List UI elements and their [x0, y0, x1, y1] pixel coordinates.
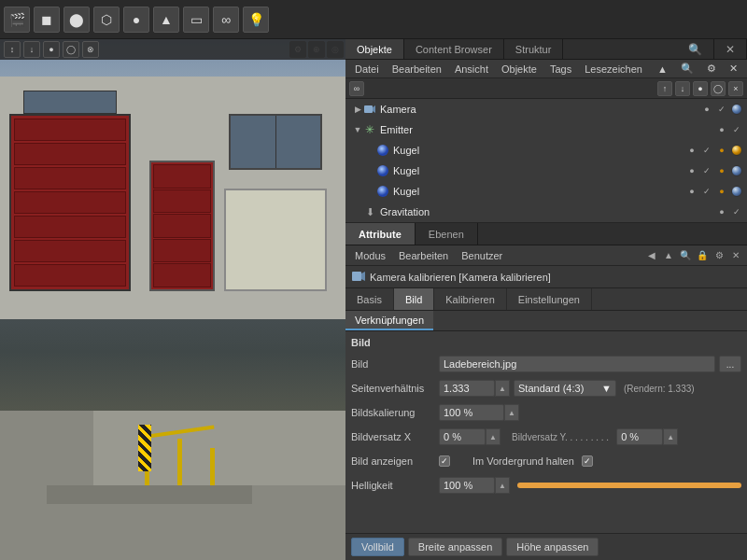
search-icon[interactable]: 🔍: [677, 39, 714, 59]
expand-kamera[interactable]: ▶: [353, 105, 362, 114]
toolbar-icon-light[interactable]: 💡: [243, 7, 269, 33]
kugel-1-name: Kugel: [393, 145, 685, 156]
btn-vollbild[interactable]: Vollbild: [351, 538, 404, 556]
emitter-vis-icon[interactable]: ●: [715, 123, 728, 136]
toolbar-icon-film[interactable]: 🎬: [4, 7, 30, 33]
object-row-kugel-3[interactable]: ▶ Kugel ● ✓ ●: [345, 181, 747, 202]
seitenverhaeltnis-dropdown[interactable]: Standard (4:3) ▼: [514, 380, 616, 397]
kamera-vis-icon[interactable]: ●: [700, 103, 713, 116]
bildversatz-y-up[interactable]: ▲: [663, 428, 678, 445]
grav-chk[interactable]: ✓: [730, 205, 743, 218]
vp-tool-5[interactable]: ⊗: [82, 41, 99, 58]
attr-menu-modus[interactable]: Modus: [349, 245, 391, 265]
inner-tab-verknuepfungen[interactable]: Verknüpfungen: [345, 311, 433, 330]
top-toolbar: 🎬 ◼ ⬤ ⬡ ● ▲ ▭ ∞ 💡: [0, 0, 747, 39]
bildversatz-y-value[interactable]: 0 %: [616, 428, 663, 445]
kugel-2-icon: [375, 163, 390, 178]
tab-ebenen[interactable]: Ebenen: [416, 223, 478, 245]
kamera-controls: ● ✓: [700, 103, 743, 116]
helligkeit-up[interactable]: ▲: [495, 477, 510, 494]
object-row-emitter[interactable]: ▼ ✳ Emitter ● ✓: [345, 119, 747, 140]
kugel-2-chk[interactable]: ✓: [700, 164, 713, 177]
vp-tool-2[interactable]: ↓: [23, 41, 40, 58]
btn-hoehe-anpassen[interactable]: Höhe anpassen: [506, 538, 599, 556]
obj-tool-link[interactable]: ∞: [349, 81, 364, 96]
sub-tab-einstellungen[interactable]: Einstellungen: [507, 288, 592, 310]
bild-browse-btn[interactable]: ...: [719, 356, 741, 372]
menu-icon-settings[interactable]: ⚙: [701, 60, 722, 77]
kugel-1-chk[interactable]: ✓: [700, 144, 713, 157]
tab-content-browser[interactable]: Content Browser: [404, 39, 504, 59]
obj-tool-3[interactable]: ●: [693, 81, 708, 96]
object-row-gravitation[interactable]: ▶ ⬇ Gravitation ● ✓: [345, 202, 747, 222]
vp-tool-4[interactable]: ◯: [63, 41, 79, 58]
bild-anzeigen-checkbox[interactable]: ✓: [439, 455, 450, 467]
seitenverhaeltnis-up[interactable]: ▲: [495, 380, 510, 397]
attr-menu-benutzer[interactable]: Benutzer: [456, 245, 508, 265]
kugel-3-vis[interactable]: ●: [685, 185, 698, 198]
im-vordergrund-checkbox[interactable]: ✓: [582, 455, 593, 467]
object-row-kamera[interactable]: ▶ Kamera ● ✓: [345, 99, 747, 119]
tab-struktur[interactable]: Struktur: [504, 39, 564, 59]
bildversatz-x-value[interactable]: 0 %: [439, 428, 486, 445]
vp-tool-3[interactable]: ●: [43, 41, 60, 58]
kugel-3-controls: ● ✓ ●: [685, 185, 743, 198]
bildskalierung-up[interactable]: ▲: [504, 404, 519, 421]
sub-tab-kalibrieren[interactable]: Kalibrieren: [434, 288, 507, 310]
attr-panel: Modus Bearbeiten Benutzer ◀ ▲ 🔍 🔒 ⚙ ✕ Ka…: [345, 245, 747, 560]
obj-tool-1[interactable]: ↑: [657, 81, 672, 96]
sub-tab-bild[interactable]: Bild: [394, 288, 434, 310]
expand-emitter[interactable]: ▼: [353, 125, 362, 134]
kugel-1-vis[interactable]: ●: [685, 144, 698, 157]
toolbar-icon-sphere[interactable]: ●: [123, 7, 149, 33]
helligkeit-slider[interactable]: [517, 483, 741, 488]
attr-search[interactable]: 🔍: [678, 248, 693, 263]
btn-breite-anpassen[interactable]: Breite anpassen: [408, 538, 503, 556]
helligkeit-slider-container: [517, 483, 741, 488]
bildskalierung-value[interactable]: 100 %: [439, 404, 504, 421]
obj-tool-2[interactable]: ↓: [675, 81, 690, 96]
tab-attribute[interactable]: Attribute: [345, 223, 416, 245]
attr-arrow-left[interactable]: ◀: [644, 248, 659, 263]
toolbar-icon-cube[interactable]: ◼: [34, 7, 60, 33]
attr-lock[interactable]: 🔒: [695, 248, 710, 263]
menu-lesezeichen[interactable]: Lesezeichen: [579, 60, 648, 77]
toolbar-icon-cone[interactable]: ▲: [153, 7, 179, 33]
tab-objekte[interactable]: Objekte: [345, 39, 404, 59]
toolbar-icon-plane[interactable]: ▭: [183, 7, 209, 33]
menu-ansicht[interactable]: Ansicht: [449, 60, 494, 77]
attr-title-bar: Kamera kalibrieren [Kamera kalibrieren]: [345, 266, 747, 288]
grav-vis[interactable]: ●: [715, 205, 728, 218]
toolbar-icon-geo[interactable]: ⬡: [93, 7, 120, 33]
bildversatz-x-up[interactable]: ▲: [486, 428, 500, 445]
svg-point-3: [377, 165, 388, 176]
seitenverhaeltnis-value[interactable]: 1.333: [439, 380, 495, 397]
attr-settings[interactable]: ⚙: [712, 248, 726, 263]
object-row-kugel-1[interactable]: ▶ Kugel ● ✓ ●: [345, 140, 747, 161]
kugel-2-vis[interactable]: ●: [685, 164, 698, 177]
menu-icon-arrow-up[interactable]: ▲: [652, 60, 673, 77]
obj-tool-5[interactable]: ×: [728, 81, 743, 96]
obj-tool-4[interactable]: ◯: [711, 81, 726, 96]
bild-input[interactable]: [439, 356, 715, 372]
menu-datei[interactable]: Datei: [349, 60, 385, 77]
menu-bearbeiten[interactable]: Bearbeiten: [387, 60, 447, 77]
expand-kugel-2: ▶: [366, 166, 375, 175]
helligkeit-value[interactable]: 100 %: [439, 477, 495, 494]
vp-tool-1[interactable]: ↕: [4, 41, 21, 58]
toolbar-icon-circle[interactable]: ⬤: [63, 7, 90, 33]
attr-arrow-up[interactable]: ▲: [661, 248, 676, 263]
emitter-lock-icon[interactable]: ✓: [730, 123, 743, 136]
menu-tags[interactable]: Tags: [544, 60, 577, 77]
attr-menu-bearbeiten[interactable]: Bearbeiten: [393, 245, 454, 265]
object-row-kugel-2[interactable]: ▶ Kugel ● ✓ ●: [345, 161, 747, 181]
close-icon[interactable]: ✕: [714, 39, 747, 59]
toolbar-icon-infinity[interactable]: ∞: [213, 7, 239, 33]
kugel-3-chk[interactable]: ✓: [700, 185, 713, 198]
menu-objekte[interactable]: Objekte: [496, 60, 543, 77]
sub-tab-basis[interactable]: Basis: [345, 288, 394, 310]
menu-icon-close[interactable]: ✕: [724, 60, 743, 77]
attr-close[interactable]: ✕: [728, 248, 743, 263]
kamera-lock-icon[interactable]: ✓: [715, 103, 728, 116]
menu-icon-search[interactable]: 🔍: [675, 60, 699, 77]
